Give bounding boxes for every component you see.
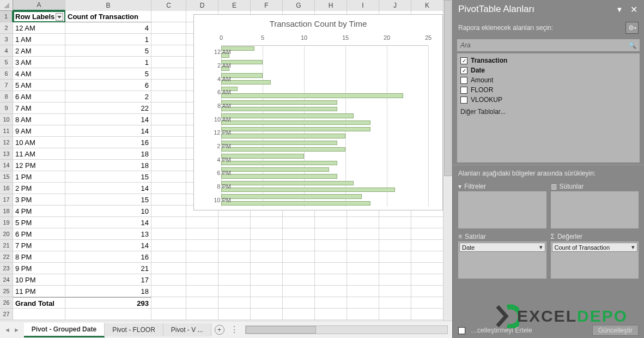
cell[interactable] [218,228,251,240]
cell[interactable] [379,251,411,263]
row-header[interactable]: 17 [0,194,13,206]
select-all-corner[interactable] [0,0,13,11]
cell[interactable]: 9 AM [13,125,65,137]
cell[interactable] [151,125,186,137]
cell[interactable]: 1 [65,57,151,68]
tab-menu-icon[interactable]: ⋮ [228,324,241,335]
cell[interactable] [151,217,186,228]
cell[interactable]: 15 [65,171,151,183]
row-header[interactable]: 18 [0,206,13,217]
tab-nav-buttons[interactable]: ◄► [0,325,24,334]
cell[interactable] [411,251,443,263]
cell[interactable]: 3 AM [13,57,65,68]
cell[interactable] [411,286,443,297]
cell[interactable] [186,251,218,263]
cell[interactable] [379,228,411,240]
cell[interactable]: 11 AM [13,148,65,160]
row-header[interactable]: 24 [0,274,13,286]
cell[interactable]: 5 [65,45,151,57]
cell[interactable] [151,240,186,251]
cell[interactable] [379,297,411,309]
cell[interactable] [379,263,411,274]
cell[interactable]: 13 [65,228,151,240]
cell[interactable]: 8 AM [13,114,65,125]
cell[interactable] [186,263,218,274]
cell[interactable] [347,274,379,286]
row-header[interactable]: 16 [0,183,13,194]
cell[interactable] [379,309,411,320]
chevron-down-icon[interactable]: ▾ [539,244,543,251]
cell[interactable] [411,240,443,251]
cell[interactable] [151,137,186,148]
cell[interactable]: 10 [65,206,151,217]
zone-filters[interactable] [458,191,546,228]
cell[interactable] [411,274,443,286]
cell[interactable] [283,309,315,320]
cell[interactable]: Grand Total [13,297,65,309]
col-header-E[interactable]: E [218,0,251,11]
cell[interactable]: 1 AM [13,34,65,45]
cell[interactable] [151,263,186,274]
row-header[interactable]: 19 [0,217,13,228]
cell[interactable]: 1 PM [13,171,65,183]
cell[interactable] [151,148,186,160]
cell[interactable]: 9 PM [13,263,65,274]
cell[interactable] [347,251,379,263]
cell[interactable] [151,102,186,114]
row-header[interactable]: 5 [0,57,13,68]
cell[interactable]: 15 [65,194,151,206]
col-header-G[interactable]: G [283,0,315,11]
cell[interactable]: 16 [65,251,151,263]
cell[interactable] [315,263,347,274]
cell[interactable] [315,274,347,286]
cell[interactable]: 293 [65,297,151,309]
cell[interactable] [186,286,218,297]
cell[interactable] [283,240,315,251]
row-header[interactable]: 4 [0,45,13,57]
cell[interactable]: 2 PM [13,183,65,194]
cell[interactable] [151,57,186,68]
cell[interactable]: 18 [65,286,151,297]
cell[interactable] [151,171,186,183]
cell[interactable]: 2 AM [13,45,65,57]
cell[interactable] [151,297,186,309]
cell[interactable] [347,309,379,320]
cell[interactable]: 10 AM [13,137,65,148]
col-header-B[interactable]: B [65,0,151,11]
embedded-chart[interactable]: Transaction Count by Time 0510152025 12 … [193,14,443,210]
other-tables-link[interactable]: Diğer Tablolar... [458,105,639,119]
cell[interactable] [283,274,315,286]
cell[interactable]: 11 PM [13,286,65,297]
row-header[interactable]: 6 [0,68,13,80]
cell[interactable] [315,217,347,228]
horizontal-scrollbar[interactable] [245,325,448,334]
cell[interactable] [186,297,218,309]
cell[interactable] [315,309,347,320]
cell[interactable] [251,217,283,228]
col-header-F[interactable]: F [251,0,283,11]
row-header[interactable]: 23 [0,263,13,274]
cell[interactable] [186,217,218,228]
cell[interactable] [379,217,411,228]
cell[interactable]: 17 [65,274,151,286]
cell[interactable] [151,251,186,263]
cell[interactable]: 7 AM [13,102,65,114]
cell[interactable] [151,286,186,297]
row-header[interactable]: 13 [0,148,13,160]
cell[interactable] [186,274,218,286]
cell[interactable]: 10 PM [13,274,65,286]
cell[interactable]: Row Labels [13,11,65,22]
cell[interactable] [283,297,315,309]
cell[interactable] [347,263,379,274]
cell[interactable] [151,68,186,80]
pane-dropdown-icon[interactable]: ▼ [615,5,624,14]
row-header[interactable]: 20 [0,228,13,240]
cell[interactable] [283,251,315,263]
gear-icon[interactable]: ⚙▾ [625,22,639,34]
sheet-tab-active[interactable]: Pivot - Grouped Date [24,323,105,337]
cell[interactable]: 5 AM [13,80,65,91]
cell[interactable]: 16 [65,137,151,148]
cell[interactable] [218,263,251,274]
cell[interactable]: 6 AM [13,91,65,102]
field-checkbox[interactable] [460,77,467,84]
